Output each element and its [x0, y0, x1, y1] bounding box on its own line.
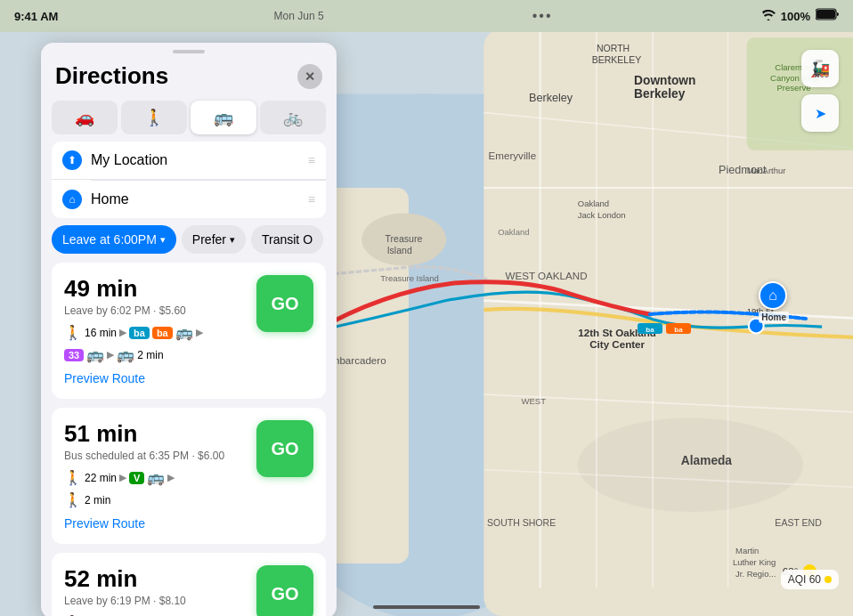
panel-header: Directions ✕	[41, 53, 337, 97]
route-1-time: 49 min	[64, 275, 256, 303]
route-1-details: Leave by 6:02 PM · $5.60	[64, 304, 256, 317]
current-location-icon: ⬆	[62, 150, 82, 170]
svg-text:Martin: Martin	[735, 546, 759, 555]
origin-drag-handle[interactable]: ≡	[308, 153, 315, 167]
svg-text:Berkeley: Berkeley	[634, 87, 686, 101]
route-2-preview[interactable]: Preview Route	[64, 516, 145, 531]
status-bar: 9:41 AM Mon Jun 5 ••• 100%	[0, 0, 853, 32]
bus-icon-4: 🚌	[147, 469, 165, 486]
prefer-label: Prefer	[192, 232, 226, 247]
svg-text:Berkeley: Berkeley	[529, 92, 573, 104]
tab-walk[interactable]: 🚶	[121, 101, 187, 134]
route-1: 49 min Leave by 6:02 PM · $5.60 🚶 16 min…	[52, 263, 326, 399]
svg-text:Oakland: Oakland	[498, 227, 529, 237]
origin-label: My Location	[91, 152, 299, 168]
arrow-1: ▶	[119, 327, 126, 338]
svg-text:Emeryville: Emeryville	[489, 150, 536, 161]
transit-options-label: Transit O	[262, 232, 313, 247]
destination-row[interactable]: ⌂ Home ≡	[52, 181, 326, 218]
bart-badge-2: ba	[152, 327, 173, 339]
bus-icon-3: 🚌	[117, 346, 134, 363]
panel-title: Directions	[55, 62, 168, 90]
close-button[interactable]: ✕	[297, 64, 322, 89]
route-3-details: Leave by 6:19 PM · $8.10	[64, 595, 256, 607]
battery-icon	[816, 8, 839, 24]
route-2: 51 min Bus scheduled at 6:35 PM · $6.00 …	[52, 408, 326, 544]
location-fields-wrapper: ⬆ My Location ≡ ⌂ Home ≡	[41, 142, 337, 218]
aqi-label: AQI 60	[788, 573, 821, 586]
wifi-icon	[761, 8, 776, 24]
tab-transit[interactable]: 🚌	[191, 101, 256, 134]
leave-at-button[interactable]: Leave at 6:00PM ▾	[52, 225, 176, 254]
home-pin: ⌂ Home	[759, 281, 789, 323]
status-time: 9:41 AM	[14, 10, 58, 23]
route-2-details: Bus scheduled at 6:35 PM · $6.00	[64, 450, 256, 462]
walk-2min: 2 min	[137, 349, 163, 361]
svg-text:Downtown: Downtown	[634, 74, 695, 87]
map-container: 9:41 AM Mon Jun 5 ••• 100%	[0, 0, 853, 616]
home-pin-icon: ⌂	[759, 281, 787, 310]
route-3-go-button[interactable]: GO	[256, 565, 313, 616]
map-controls: 🚂 ➤	[801, 50, 839, 132]
routes-container: 49 min Leave by 6:02 PM · $5.60 🚶 16 min…	[41, 263, 337, 616]
location-fields: ⬆ My Location ≡ ⌂ Home ≡	[52, 142, 326, 218]
svg-text:Oakland: Oakland	[578, 199, 609, 208]
route-2-steps-bottom: 🚶 2 min	[64, 491, 256, 508]
directions-panel: Directions ✕ 🚗 🚶 🚌 🚲 ⬆ My Location ≡ ⌂ H…	[41, 43, 337, 616]
transit-options-button[interactable]: Transit O	[251, 225, 323, 254]
route-2-steps-top: 🚶 22 min ▶ V 🚌 ▶	[64, 469, 256, 486]
walk-icon-3: 🚶	[64, 491, 82, 508]
svg-text:WEST OAKLAND: WEST OAKLAND	[506, 270, 588, 281]
svg-text:Jack London: Jack London	[578, 210, 626, 220]
svg-text:Island: Island	[387, 245, 412, 255]
route-1-steps-bottom: 33 🚌 ▶ 🚌 2 min	[64, 346, 256, 363]
route-1-preview[interactable]: Preview Route	[64, 371, 145, 385]
prefer-button[interactable]: Prefer ▾	[182, 225, 246, 254]
leave-at-chevron: ▾	[160, 234, 166, 246]
svg-text:City Center: City Center	[589, 338, 645, 350]
status-dots: •••	[532, 8, 553, 24]
prefer-chevron: ▾	[230, 234, 235, 246]
origin-row[interactable]: ⬆ My Location ≡	[52, 142, 326, 180]
route-2-time: 51 min	[64, 420, 256, 448]
home-location-icon: ⌂	[62, 190, 82, 209]
svg-text:Jr. Regio...: Jr. Regio...	[735, 569, 776, 579]
svg-text:MacArthur: MacArthur	[747, 166, 786, 175]
svg-text:12th St Oakland: 12th St Oakland	[578, 327, 656, 338]
leave-at-label: Leave at 6:00PM	[62, 232, 157, 247]
destination-drag-handle[interactable]: ≡	[308, 192, 315, 207]
route-3: 52 min Leave by 6:19 PM · $8.10 🚶 5 min …	[52, 553, 326, 616]
battery-percent: 100%	[781, 10, 810, 23]
route-1-go-button[interactable]: GO	[256, 275, 313, 332]
bus-icon-1: 🚌	[175, 324, 193, 341]
bottom-indicator	[373, 605, 480, 609]
bus-icon-2: 🚌	[86, 346, 104, 363]
svg-text:Alameda: Alameda	[681, 454, 732, 467]
svg-text:EAST END: EAST END	[775, 517, 822, 528]
route-2-go-button[interactable]: GO	[256, 420, 313, 477]
tab-bike[interactable]: 🚲	[260, 101, 326, 134]
svg-text:BERKELEY: BERKELEY	[592, 54, 642, 65]
transport-tabs: 🚗 🚶 🚌 🚲	[41, 97, 337, 142]
svg-text:Luther King: Luther King	[733, 557, 776, 567]
badge-33: 33	[64, 349, 84, 361]
badge-v: V	[129, 472, 144, 484]
aqi-badge: AQI 60	[781, 570, 839, 589]
location-arrow-button[interactable]: ➤	[801, 94, 839, 132]
bart-badge-1: ba	[129, 327, 150, 339]
arrow-3: ▶	[107, 349, 114, 361]
status-right: 100%	[761, 8, 839, 24]
arrow-5: ▶	[167, 472, 175, 483]
walk-icon-2: 🚶	[64, 469, 82, 486]
svg-text:WEST: WEST	[522, 396, 547, 406]
destination-label: Home	[91, 191, 299, 207]
walk-duration: 16 min	[85, 327, 117, 339]
walk-icon: 🚶	[64, 324, 82, 341]
svg-text:Treasure Island: Treasure Island	[380, 273, 439, 283]
walk-duration-2: 22 min	[85, 472, 117, 484]
svg-text:NORTH: NORTH	[597, 43, 630, 53]
transit-toggle-button[interactable]: 🚂	[801, 50, 839, 87]
arrow-4: ▶	[119, 472, 126, 483]
tab-drive[interactable]: 🚗	[52, 101, 118, 134]
route-1-steps-top: 🚶 16 min ▶ ba ba 🚌 ▶	[64, 324, 256, 341]
